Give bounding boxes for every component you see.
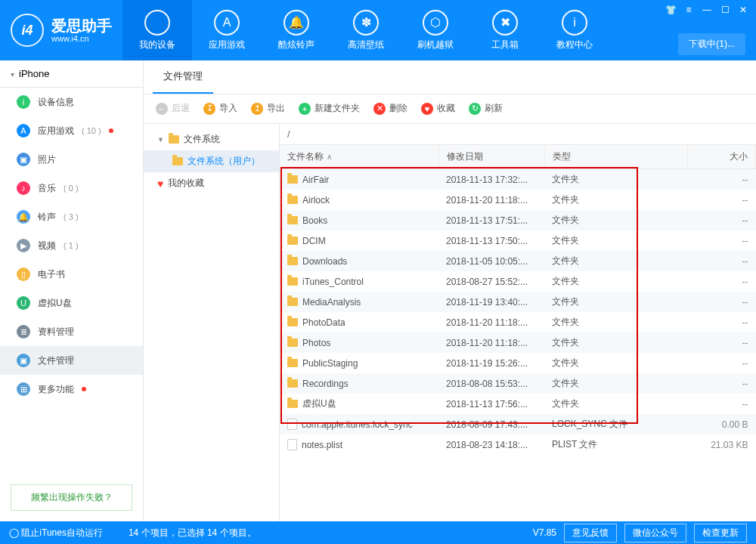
tree-user-fs[interactable]: 文件系统（用户） — [144, 150, 279, 172]
sidebar: iPhone i设备信息A应用游戏( 10 )▣照片♪音乐( 0 )🔔铃声( 3… — [0, 60, 144, 521]
folder-tree: ▼文件系统 文件系统（用户） ♥我的收藏 — [144, 124, 280, 521]
tab-file-manage[interactable]: 文件管理 — [153, 60, 213, 94]
heart-icon: ♥ — [157, 178, 163, 190]
brand-url: www.i4.cn — [51, 34, 112, 43]
sidebar-item-3[interactable]: ♪音乐( 0 ) — [0, 174, 143, 202]
content-tabbar: 文件管理 — [144, 60, 756, 94]
folder-icon — [287, 175, 298, 184]
sidebar-icon: 🔔 — [17, 210, 30, 224]
close-icon[interactable]: ✕ — [735, 3, 751, 17]
status-bar: ◯ 阻止iTunes自动运行 14 个项目，已选择 14 个项目。 V7.85 … — [0, 521, 756, 544]
logo-icon: i4 — [11, 14, 44, 47]
file-icon — [287, 439, 297, 450]
delete-button[interactable]: ✕删除 — [373, 102, 407, 115]
nav-tab-4[interactable]: ⬡刷机越狱 — [401, 0, 470, 60]
brand-logo: i4 爱思助手 www.i4.cn — [0, 14, 122, 47]
path-bar[interactable]: / — [280, 124, 756, 145]
maximize-icon[interactable]: ☐ — [717, 3, 733, 17]
folder-icon — [169, 135, 179, 144]
top-nav: 我的设备A应用游戏🔔酷炫铃声✽高清壁纸⬡刷机越狱✖工具箱i教程中心 — [122, 0, 609, 60]
check-update-button[interactable]: 检查更新 — [694, 524, 747, 542]
brand-name: 爱思助手 — [51, 17, 112, 34]
table-row[interactable]: com.apple.itunes.lock_sync2018-08-09 17:… — [280, 414, 756, 434]
table-row[interactable]: AirFair2018-11-13 17:32:...文件夹-- — [280, 169, 756, 190]
table-row[interactable]: PublicStaging2018-11-19 15:26:...文件夹-- — [280, 353, 756, 373]
sidebar-help-link[interactable]: 频繁出现操作失败？ — [11, 484, 132, 511]
table-row[interactable]: Photos2018-11-20 11:18:...文件夹-- — [280, 332, 756, 353]
sidebar-icon: ♪ — [17, 181, 30, 195]
table-row[interactable]: MediaAnalysis2018-11-19 13:40:...文件夹-- — [280, 292, 756, 312]
itunes-block-toggle[interactable]: ◯ 阻止iTunes自动运行 — [9, 527, 103, 539]
sidebar-item-8[interactable]: ≣资料管理 — [0, 317, 143, 346]
version-label: V7.85 — [533, 527, 556, 538]
nav-tab-1[interactable]: A应用游戏 — [192, 0, 262, 60]
main-panel: 文件管理 ←后退 ↧导入 ↥导出 +新建文件夹 ✕删除 ♥收藏 ↻刷新 ▼文件系… — [144, 60, 756, 521]
col-name[interactable]: 文件名称∧ — [280, 145, 438, 169]
sidebar-item-5[interactable]: ▶视频( 1 ) — [0, 231, 143, 260]
folder-icon — [287, 318, 298, 326]
sidebar-icon: ▣ — [17, 354, 30, 367]
menu-icon[interactable]: ≡ — [680, 3, 697, 17]
sidebar-device-header[interactable]: iPhone — [0, 60, 143, 88]
nav-tab-0[interactable]: 我的设备 — [122, 0, 192, 60]
sidebar-icon: U — [17, 296, 30, 310]
nav-icon: A — [214, 10, 240, 36]
sidebar-item-2[interactable]: ▣照片 — [0, 145, 143, 174]
sidebar-item-4[interactable]: 🔔铃声( 3 ) — [0, 202, 143, 231]
wechat-button[interactable]: 微信公众号 — [624, 524, 686, 542]
feedback-button[interactable]: 意见反馈 — [564, 524, 617, 542]
folder-icon — [287, 236, 298, 245]
nav-tab-5[interactable]: ✖工具箱 — [470, 0, 540, 60]
table-row[interactable]: notes.plist2018-08-23 14:18:...PLIST 文件2… — [280, 434, 756, 455]
minimize-icon[interactable]: — — [699, 3, 715, 17]
sidebar-icon: ▣ — [17, 153, 30, 166]
table-row[interactable]: Books2018-11-13 17:51:...文件夹-- — [280, 210, 756, 230]
nav-tab-3[interactable]: ✽高清壁纸 — [331, 0, 401, 60]
folder-icon — [287, 216, 298, 224]
folder-icon — [287, 257, 298, 265]
tree-root[interactable]: ▼文件系统 — [144, 128, 279, 150]
table-row[interactable]: Downloads2018-11-05 10:05:...文件夹-- — [280, 251, 756, 271]
nav-icon: i — [562, 10, 587, 36]
folder-icon — [287, 400, 298, 408]
notification-dot — [109, 128, 113, 133]
nav-icon: ⬡ — [423, 10, 448, 36]
table-row[interactable]: DCIM2018-11-13 17:50:...文件夹-- — [280, 230, 756, 251]
sidebar-icon: i — [17, 95, 30, 109]
import-button[interactable]: ↧导入 — [203, 102, 237, 115]
favorite-button[interactable]: ♥收藏 — [421, 102, 455, 115]
nav-icon: ✽ — [353, 10, 379, 36]
file-table: 文件名称∧ 修改日期 类型 大小 AirFair2018-11-13 17:32… — [280, 145, 756, 455]
folder-icon — [287, 196, 298, 204]
sidebar-item-10[interactable]: ⊞更多功能 — [0, 375, 143, 403]
sidebar-item-9[interactable]: ▣文件管理 — [0, 346, 143, 375]
sidebar-item-6[interactable]: ▯电子书 — [0, 260, 143, 289]
col-date[interactable]: 修改日期 — [438, 145, 544, 169]
sidebar-icon: A — [17, 124, 30, 138]
sidebar-item-7[interactable]: U虚拟U盘 — [0, 289, 143, 317]
export-button[interactable]: ↥导出 — [251, 102, 285, 115]
skin-icon[interactable]: 👕 — [662, 3, 679, 17]
file-icon — [287, 419, 297, 430]
table-row[interactable]: PhotoData2018-11-20 11:18:...文件夹-- — [280, 312, 756, 332]
sidebar-icon: ≣ — [17, 325, 30, 338]
title-bar: i4 爱思助手 www.i4.cn 我的设备A应用游戏🔔酷炫铃声✽高清壁纸⬡刷机… — [0, 0, 756, 60]
refresh-button[interactable]: ↻刷新 — [469, 102, 503, 115]
table-row[interactable]: Recordings2018-08-08 15:53:...文件夹-- — [280, 373, 756, 394]
sidebar-item-1[interactable]: A应用游戏( 10 ) — [0, 116, 143, 145]
col-type[interactable]: 类型 — [544, 145, 688, 169]
download-button[interactable]: 下载中(1)... — [678, 33, 745, 55]
table-row[interactable]: 虚拟U盘2018-11-13 17:56:...文件夹-- — [280, 394, 756, 414]
table-row[interactable]: Airlock2018-11-20 11:18:...文件夹-- — [280, 190, 756, 210]
folder-icon — [287, 379, 298, 388]
nav-tab-6[interactable]: i教程中心 — [540, 0, 609, 60]
nav-tab-2[interactable]: 🔔酷炫铃声 — [262, 0, 331, 60]
new-folder-button[interactable]: +新建文件夹 — [299, 102, 360, 115]
table-row[interactable]: iTunes_Control2018-08-27 15:52:...文件夹-- — [280, 271, 756, 292]
back-button: ←后退 — [156, 102, 190, 115]
sidebar-item-0[interactable]: i设备信息 — [0, 88, 143, 116]
sidebar-icon: ▶ — [17, 239, 30, 252]
sidebar-icon: ⊞ — [17, 382, 30, 396]
col-size[interactable]: 大小 — [688, 145, 756, 169]
tree-favorites[interactable]: ♥我的收藏 — [144, 172, 279, 194]
